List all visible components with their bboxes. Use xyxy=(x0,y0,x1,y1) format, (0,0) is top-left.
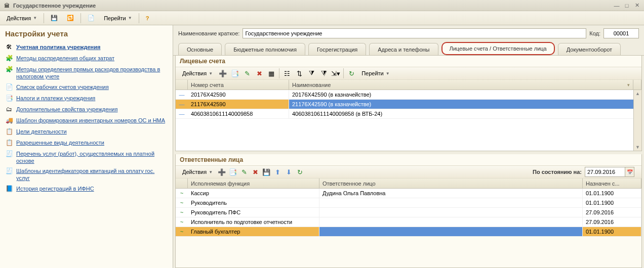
col-function[interactable]: Исполняемая функция xyxy=(188,178,319,188)
as-of-date-input[interactable] xyxy=(585,167,625,177)
filter-clear-icon[interactable]: ⧩̸ xyxy=(318,68,329,79)
up-icon[interactable]: ⬆ xyxy=(272,166,283,177)
cell-person xyxy=(319,198,583,207)
person-row[interactable]: ~Главный бухгалтер01.01.1900 xyxy=(176,227,641,237)
sidebar-item-1[interactable]: 🧩Методы распределения общих затрат xyxy=(5,53,168,64)
sidebar-heading: Настройки учета xyxy=(5,29,168,38)
add-icon[interactable]: ➕ xyxy=(216,166,227,177)
goto-menu[interactable]: Перейти▼ xyxy=(100,13,136,24)
sidebar-item-3[interactable]: 📄Список рабочих счетов учреждения xyxy=(5,82,168,93)
scroll-down-icon[interactable]: ▼ xyxy=(634,144,641,151)
down-icon[interactable]: ⬇ xyxy=(283,166,294,177)
col-account-number[interactable]: Номер счета xyxy=(188,80,289,90)
sidebar-link[interactable]: Цели деятельности xyxy=(16,128,67,135)
sidebar-item-5[interactable]: 🗂Дополнительные свойства учреждения xyxy=(5,104,168,115)
person-row[interactable]: ~КассирДудина Ольга Павловна01.01.1900 xyxy=(176,189,641,198)
sidebar-link[interactable]: История регистраций в ИФНС xyxy=(16,185,94,192)
tab-gosreg[interactable]: Госрегистрация xyxy=(308,43,366,55)
copy-icon[interactable]: 📑 xyxy=(229,68,240,79)
cell-number: 20176X42590 xyxy=(188,90,289,99)
account-row[interactable]: —406038106111400098584060381061114000985… xyxy=(176,109,641,119)
refresh-icon[interactable]: 🔁 xyxy=(63,13,77,24)
nav-icon: 🧩 xyxy=(5,55,13,63)
sidebar-link[interactable]: Налоги и платежи учреждения xyxy=(16,95,95,102)
sidebar-link[interactable]: Шаблон формирования инвентарных номеров … xyxy=(16,117,165,124)
cell-name: 40603810611140009858 (в ВТБ-24) xyxy=(289,109,641,118)
sidebar: Настройки учета 🛠Учетная политика учрежд… xyxy=(0,25,173,268)
sidebar-link[interactable]: Перечень услуг (работ), осуществляемых н… xyxy=(16,150,168,165)
sidebar-item-2[interactable]: 🧩Методы определения прямых расходов прои… xyxy=(5,64,168,82)
sidebar-link[interactable]: Шаблоны идентификаторов квитанций на опл… xyxy=(16,167,168,182)
col-date[interactable]: Назначен с... xyxy=(583,178,641,188)
move-icon[interactable]: ⇅ xyxy=(294,68,305,79)
accounts-goto-menu[interactable]: Перейти▼ xyxy=(358,68,393,79)
nav-icon: 📋 xyxy=(5,139,13,147)
help-icon[interactable]: ? xyxy=(142,13,153,24)
tab-accounts-persons[interactable]: Лицевые счета / Ответственные лица xyxy=(441,42,555,55)
nav-icon: 🧩 xyxy=(5,66,13,74)
sidebar-link[interactable]: Дополнительные свойства учреждения xyxy=(16,106,117,113)
sidebar-item-10[interactable]: 🧾Шаблоны идентификаторов квитанций на оп… xyxy=(5,166,168,184)
accounts-actions-menu[interactable]: Действия▼ xyxy=(179,68,216,79)
code-input[interactable] xyxy=(603,28,639,38)
tab-budget[interactable]: Бюджетные полномочия xyxy=(225,43,305,55)
sidebar-link[interactable]: Разрешенные виды деятельности xyxy=(16,139,104,146)
sidebar-item-0[interactable]: 🛠Учетная политика учреждения xyxy=(5,42,168,53)
sidebar-item-11[interactable]: 📘История регистраций в ИФНС xyxy=(5,184,168,195)
reload-icon[interactable]: ↻ xyxy=(346,68,357,79)
save-icon[interactable]: 💾 xyxy=(261,166,272,177)
sidebar-link[interactable]: Список рабочих счетов учреждения xyxy=(16,83,109,91)
persons-title: Ответственные лица xyxy=(176,154,641,165)
col-person[interactable]: Ответственное лицо xyxy=(319,178,583,188)
row-icon: ~ xyxy=(176,190,188,196)
delete-icon[interactable]: ✖ xyxy=(250,166,261,177)
row-icon: ~ xyxy=(176,219,188,225)
new-icon[interactable]: 📄 xyxy=(84,13,98,24)
tab-addresses[interactable]: Адреса и телефоны xyxy=(369,43,438,55)
sidebar-link[interactable]: Учетная политика учреждения xyxy=(16,43,100,51)
col-account-name[interactable]: Наименование▾ xyxy=(289,80,633,90)
sidebar-item-8[interactable]: 📋Разрешенные виды деятельности xyxy=(5,138,168,149)
person-row[interactable]: ~Руководитель ПФС27.09.2016 xyxy=(176,208,641,217)
col-icon[interactable] xyxy=(176,80,188,90)
tab-main[interactable]: Основные xyxy=(178,43,222,55)
person-row[interactable]: ~Руководитель01.01.1900 xyxy=(176,198,641,208)
sidebar-item-4[interactable]: 📑Налоги и платежи учреждения xyxy=(5,93,168,104)
actions-menu[interactable]: Действия▼ xyxy=(3,13,41,24)
save-icon[interactable]: 💾 xyxy=(47,13,61,24)
cell-function: Главный бухгалтер xyxy=(188,227,319,236)
sidebar-link[interactable]: Методы распределения общих затрат xyxy=(16,55,114,62)
tab-docflow[interactable]: Документооборот xyxy=(558,43,621,55)
cell-date: 01.01.1900 xyxy=(583,198,641,207)
delete-icon[interactable]: ✖ xyxy=(254,68,265,79)
add-icon[interactable]: ➕ xyxy=(217,68,228,79)
account-row[interactable]: —21176X4259021176X42590 (в казначействе) xyxy=(176,100,641,109)
reload-icon[interactable]: ↻ xyxy=(294,166,305,177)
sidebar-link[interactable]: Методы определения прямых расходов произ… xyxy=(16,66,168,80)
scrollbar[interactable]: ▲ ▼ xyxy=(633,90,641,151)
calendar-icon[interactable]: 📅 xyxy=(625,167,634,177)
scroll-up-icon[interactable]: ▲ xyxy=(634,90,641,97)
sidebar-item-9[interactable]: 🧾Перечень услуг (работ), осуществляемых … xyxy=(5,149,168,166)
persons-panel: Ответственные лица Действия▼ ➕ 📑 ✎ ✖ 💾 ⬆… xyxy=(175,154,642,268)
mark-icon[interactable]: ▦ xyxy=(266,68,277,79)
account-row[interactable]: —20176X4259020176X42590 (в казначействе) xyxy=(176,90,641,100)
person-row[interactable]: ~Исполнитель по подготовке отчетности27.… xyxy=(176,217,641,227)
edit-icon[interactable]: ✎ xyxy=(238,166,250,177)
hierarchy-icon[interactable]: ☷ xyxy=(281,68,293,79)
row-icon: ~ xyxy=(176,229,188,235)
cell-number: 21176X42590 xyxy=(188,100,289,109)
main-area: Наименование краткое: Код: Основные Бюдж… xyxy=(173,25,644,268)
export-icon[interactable]: ⇲▾ xyxy=(330,68,341,79)
close-button[interactable]: ✕ xyxy=(633,2,641,9)
filter-icon[interactable]: ⧩ xyxy=(306,68,317,79)
copy-icon[interactable]: 📑 xyxy=(227,166,238,177)
persons-actions-menu[interactable]: Действия▼ xyxy=(179,166,216,177)
minimize-button[interactable]: — xyxy=(613,2,621,9)
edit-icon[interactable]: ✎ xyxy=(242,68,253,79)
name-input[interactable] xyxy=(243,28,586,38)
maximize-button[interactable]: □ xyxy=(623,2,631,9)
nav-icon: 🗂 xyxy=(5,106,13,114)
sidebar-item-6[interactable]: 🚚Шаблон формирования инвентарных номеров… xyxy=(5,115,168,126)
sidebar-item-7[interactable]: 📋Цели деятельности xyxy=(5,126,168,138)
